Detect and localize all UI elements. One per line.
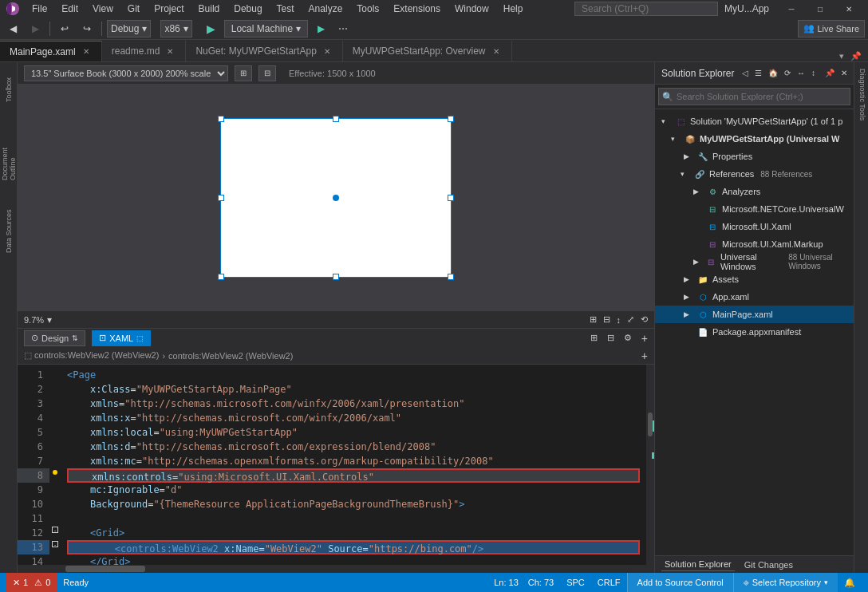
notifications-button[interactable]: 🔔	[838, 573, 862, 592]
zoom-down[interactable]: ▾	[47, 314, 52, 326]
se-item-universal[interactable]: ▶ ⊟ Universal Windows 88 Universal Windo…	[655, 253, 854, 270]
menu-tools[interactable]: Tools	[350, 2, 385, 16]
scroll-track[interactable]	[646, 365, 654, 565]
menu-project[interactable]: Project	[148, 2, 190, 16]
zoom-btn-5[interactable]: ⟲	[641, 314, 648, 325]
se-item-appxaml[interactable]: ▶ ⬡ App.xaml	[655, 288, 854, 306]
view-btn-1[interactable]: ⊞	[235, 65, 252, 81]
se-item-references[interactable]: ▾ 🔗 References 88 References	[655, 165, 854, 183]
collapse-button[interactable]: ⊞	[590, 333, 598, 343]
resize-handle-tl[interactable]	[218, 116, 224, 122]
menu-extensions[interactable]: Extensions	[387, 2, 447, 16]
redo-button[interactable]: ↪	[77, 20, 97, 37]
error-indicator[interactable]: ✕ 1 ⚠ 0	[6, 573, 57, 592]
se-close-button[interactable]: ✕	[841, 69, 847, 77]
scale-select[interactable]: 13.5" Surface Book (3000 x 2000) 200% sc…	[24, 65, 228, 81]
minimize-button[interactable]: ─	[779, 0, 804, 18]
menu-test[interactable]: Test	[270, 2, 301, 16]
tab-pin-button[interactable]: 📌	[850, 51, 862, 61]
view-btn-2[interactable]: ⊟	[258, 65, 276, 81]
expand-button[interactable]: ⊟	[607, 333, 614, 343]
menu-view[interactable]: View	[86, 2, 120, 16]
xaml-view-button[interactable]: ⊡ XAML ⬚	[92, 330, 151, 346]
collapse-indicator-2[interactable]: -	[52, 541, 58, 547]
menu-window[interactable]: Window	[448, 2, 495, 16]
resize-handle-br[interactable]	[448, 274, 454, 280]
data-sources-button[interactable]: Data Sources	[1, 207, 17, 255]
se-item-project[interactable]: ▾ 📦 MyUWPGetStartApp (Universal W	[655, 130, 854, 148]
tab-close-mainpage[interactable]: ✕	[81, 46, 92, 57]
tab-close-nuget[interactable]: ✕	[322, 45, 333, 57]
scroll-thumb[interactable]	[648, 412, 653, 436]
tab-overview[interactable]: MyUWPGetStartApp: Overview ✕	[343, 41, 512, 61]
title-search-input[interactable]	[574, 2, 718, 16]
code-content[interactable]: <Page x:Class="MyUWPGetStartApp.MainPage…	[61, 365, 646, 565]
encoding-indicator[interactable]: SPC	[560, 573, 591, 592]
forward-button[interactable]: ▶	[26, 20, 45, 37]
zoom-btn-3[interactable]: ↕	[617, 315, 621, 325]
line-ending-indicator[interactable]: CRLF	[591, 573, 627, 592]
live-share-button[interactable]: 👥 Live Share	[798, 20, 865, 37]
se-item-analyzers[interactable]: ▶ ⚙ Analyzers	[655, 183, 854, 200]
horizontal-scrollbar[interactable]	[18, 565, 654, 573]
resize-handle-bc[interactable]	[333, 274, 339, 280]
add-item-button[interactable]: +	[641, 332, 648, 345]
se-footer-tab-se[interactable]: Solution Explorer	[661, 558, 735, 571]
menu-git[interactable]: Git	[121, 2, 146, 16]
tab-close-overview[interactable]: ✕	[491, 45, 502, 57]
local-machine-button[interactable]: Local Machine ▾	[224, 20, 308, 37]
tab-nuget[interactable]: NuGet: MyUWPGetStartApp ✕	[186, 41, 342, 61]
breadcrumb-add-button[interactable]: +	[641, 349, 648, 362]
menu-file[interactable]: File	[26, 2, 53, 16]
start-button[interactable]: ▶	[202, 20, 221, 37]
se-toolbar-btn-3[interactable]: 🏠	[768, 69, 778, 77]
select-repository-button[interactable]: ⎆ Select Repository ▾	[733, 573, 838, 592]
se-item-solution[interactable]: ▾ ⬚ Solution 'MyUWPGetStartApp' (1 of 1 …	[655, 112, 854, 130]
collapse-indicator[interactable]: -	[52, 527, 58, 533]
menu-debug[interactable]: Debug	[227, 2, 268, 16]
run-button[interactable]: ▶	[311, 20, 330, 37]
se-item-uixamlmarkup[interactable]: ▶ ⊟ Microsoft.UI.Xaml.Markup	[655, 235, 854, 253]
config-dropdown[interactable]: Debug ▾	[107, 20, 151, 37]
se-toolbar-btn-6[interactable]: ↕	[811, 69, 815, 77]
add-to-source-control-button[interactable]: Add to Source Control	[627, 573, 733, 592]
se-item-uixaml[interactable]: ▶ ⊟ Microsoft.UI.Xaml	[655, 218, 854, 235]
back-button[interactable]: ◀	[3, 20, 22, 37]
se-toolbar-btn-2[interactable]: ☰	[755, 69, 762, 77]
platform-dropdown[interactable]: x86 ▾	[160, 20, 191, 37]
zoom-btn-1[interactable]: ⊞	[590, 314, 597, 325]
diagnostic-tools-label[interactable]: Diagnostic Tools	[854, 65, 868, 124]
zoom-btn-4[interactable]: ⤢	[627, 314, 634, 325]
tab-close-readme[interactable]: ✕	[164, 45, 176, 57]
design-canvas[interactable]: ⚠	[18, 85, 654, 310]
h-scroll-thumb[interactable]	[65, 566, 145, 572]
se-pin-button[interactable]: 📌	[825, 69, 834, 77]
se-item-netcore[interactable]: ▶ ⊟ Microsoft.NETCore.UniversalW	[655, 200, 854, 218]
resize-handle-bl[interactable]	[218, 274, 224, 280]
menu-analyze[interactable]: Analyze	[302, 2, 349, 16]
close-button[interactable]: ✕	[836, 0, 862, 18]
resize-handle-ml[interactable]	[218, 195, 224, 201]
toolbox-button[interactable]: Toolbox	[1, 65, 17, 113]
se-toolbar-btn-5[interactable]: ↔	[797, 69, 805, 77]
se-footer-tab-git[interactable]: Git Changes	[741, 558, 796, 571]
se-search-input[interactable]	[677, 92, 846, 101]
maximize-button[interactable]: □	[807, 0, 833, 18]
menu-help[interactable]: Help	[497, 2, 530, 16]
undo-button[interactable]: ↩	[55, 20, 74, 37]
se-toolbar-btn-4[interactable]: ⟳	[784, 69, 791, 77]
resize-handle-mr[interactable]	[448, 195, 454, 201]
se-toolbar-btn-1[interactable]: ◁	[742, 69, 748, 77]
settings-button[interactable]: ⚙	[624, 333, 632, 343]
document-outline-button[interactable]: Document Outline	[1, 132, 17, 180]
se-item-mainpage[interactable]: ▶ ⬡ MainPage.xaml	[655, 306, 854, 323]
design-view-button[interactable]: ⊙ Design ⇅	[24, 330, 85, 346]
se-item-assets[interactable]: ▶ 📁 Assets	[655, 270, 854, 288]
code-editor[interactable]: 1 2 3 4 5 6 7 8 9 10 11 12 13 14 15	[18, 365, 654, 565]
resize-handle-tc[interactable]	[333, 116, 339, 122]
se-item-manifest[interactable]: ▶ 📄 Package.appxmanifest	[655, 323, 854, 341]
tab-mainpage-xaml[interactable]: MainPage.xaml ✕	[0, 41, 102, 61]
toolbar-more[interactable]: ⋯	[333, 20, 353, 37]
zoom-btn-2[interactable]: ⊟	[603, 314, 610, 325]
se-item-properties[interactable]: ▶ 🔧 Properties	[655, 148, 854, 165]
